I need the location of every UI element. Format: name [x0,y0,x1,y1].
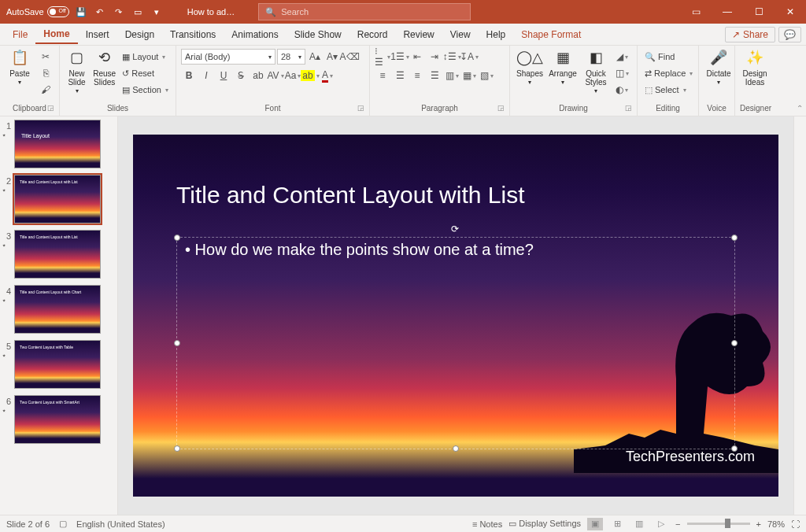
reuse-slides-button[interactable]: ⟲ Reuse Slides [92,49,116,87]
smartart-icon[interactable]: ▧ [479,68,494,83]
reset-button[interactable]: ↺Reset [120,65,171,81]
minimize-icon[interactable]: — [712,0,743,24]
find-button[interactable]: 🔍Find [642,49,693,65]
cut-icon[interactable]: ✂ [38,49,54,65]
arrange-button[interactable]: ▦Arrange▾ [548,49,578,87]
copy-icon[interactable]: ⎘ [38,65,54,81]
zoom-out-icon[interactable]: − [675,519,680,529]
notes-button[interactable]: ≡ Notes [472,519,502,529]
indent-increase-icon[interactable]: ⇥ [427,49,442,65]
menu-shape-format[interactable]: Shape Format [513,26,589,43]
reading-view-icon[interactable]: ▥ [631,518,647,530]
shape-outline-icon[interactable]: ◫ [614,65,630,81]
format-painter-icon[interactable]: 🖌 [38,82,54,98]
menu-slideshow[interactable]: Slide Show [287,26,349,43]
zoom-slider[interactable] [687,523,750,525]
handle-bm[interactable] [453,445,459,452]
present-icon[interactable]: ▭ [131,5,145,19]
menu-insert[interactable]: Insert [78,26,117,43]
spellcheck-icon[interactable]: ▢ [59,519,67,529]
quick-styles-button[interactable]: ◧Quick Styles▾ [581,49,611,95]
handle-tl[interactable] [174,235,180,241]
undo-icon[interactable]: ↶ [93,5,107,19]
display-settings-button[interactable]: ▭ Display Settings [508,519,581,529]
align-right-icon[interactable]: ≡ [409,68,425,83]
normal-view-icon[interactable]: ▣ [587,518,603,530]
slideshow-view-icon[interactable]: ▷ [653,518,669,530]
language-indicator[interactable]: English (United States) [76,519,165,529]
menu-design[interactable]: Design [117,26,162,43]
dictate-button[interactable]: 🎤Dictate▾ [704,49,734,87]
line-spacing-icon[interactable]: ↕☰ [444,49,460,65]
autosave-toggle[interactable]: AutoSave Off [6,6,69,17]
search-input[interactable]: 🔍 Search [258,3,471,20]
ribbon-display-icon[interactable]: ▭ [680,0,712,24]
menu-help[interactable]: Help [479,26,514,43]
bullet-text[interactable]: • How do we make the points show one at … [185,241,727,259]
menu-home[interactable]: Home [35,25,77,44]
thumbnail-4[interactable]: 4⋆ Title and Content Layout with Chart [2,285,116,334]
font-color-icon[interactable]: A [320,68,335,83]
redo-icon[interactable]: ↷ [112,5,126,19]
thumbnail-5[interactable]: 5⋆ Two Content Layout with Table [2,340,116,389]
align-center-icon[interactable]: ☰ [392,68,408,83]
save-icon[interactable]: 💾 [74,5,88,19]
bold-icon[interactable]: B [181,68,197,83]
comments-button[interactable]: 💬 [778,27,801,42]
layout-dropdown[interactable]: ▦Layout [120,49,171,65]
close-icon[interactable]: ✕ [775,0,806,24]
menu-animations[interactable]: Animations [224,26,286,43]
thumbnail-1[interactable]: 1⋆ Title Layout [2,120,116,168]
slide-editor[interactable]: Title and Content Layout with List ⟳ • H… [118,116,793,515]
char-spacing-icon[interactable]: AV [268,68,283,83]
shape-effects-icon[interactable]: ◐ [614,82,630,98]
thumbnail-6[interactable]: 6⋆ Two Content Layout with SmartArt [2,395,116,444]
bullets-icon[interactable]: ⁝☰ [375,49,390,65]
thumbnail-panel[interactable]: 1⋆ Title Layout 2⋆ Title and Content Lay… [0,116,118,515]
thumbnail-3[interactable]: 3⋆ Title and Content Layout with List [2,230,116,279]
text-direction-icon[interactable]: ↧A [461,49,477,65]
handle-bl[interactable] [174,445,180,452]
clear-format-icon[interactable]: A⌫ [342,49,357,65]
sorter-view-icon[interactable]: ⊞ [609,518,625,530]
collapse-ribbon-icon[interactable]: ⌃ [797,104,803,113]
slide-canvas[interactable]: Title and Content Layout with List ⟳ • H… [133,135,778,497]
font-launcher-icon[interactable]: ◲ [357,104,364,112]
replace-button[interactable]: ⇄Replace [642,65,693,81]
fit-window-icon[interactable]: ⛶ [791,519,800,529]
new-slide-button[interactable]: ▢ New Slide▾ [65,49,89,95]
zoom-level[interactable]: 78% [767,519,785,529]
rotate-handle-icon[interactable]: ⟳ [451,224,460,233]
content-placeholder[interactable]: ⟳ • How do we make the points show one a… [176,237,735,449]
qat-dropdown-icon[interactable]: ▾ [150,5,164,19]
paste-button[interactable]: 📋 Paste▾ [5,49,35,87]
align-text-icon[interactable]: ▦ [461,68,477,83]
menu-review[interactable]: Review [395,26,442,43]
paragraph-launcher-icon[interactable]: ◲ [497,104,505,112]
strike-icon[interactable]: S̶ [233,68,249,83]
shadow-icon[interactable]: ab [250,68,266,83]
handle-ml[interactable] [174,340,180,346]
menu-view[interactable]: View [442,26,479,43]
highlight-icon[interactable]: ab [302,68,318,83]
decrease-font-icon[interactable]: A▾ [324,49,340,65]
align-left-icon[interactable]: ≡ [375,68,390,83]
zoom-in-icon[interactable]: + [756,519,761,529]
change-case-icon[interactable]: Aa [285,68,301,83]
menu-file[interactable]: File [5,26,35,43]
vertical-scrollbar[interactable] [793,116,806,515]
italic-icon[interactable]: I [198,68,214,83]
handle-tr[interactable] [731,235,738,241]
shape-fill-icon[interactable]: ◢ [614,49,630,65]
underline-icon[interactable]: U [216,68,231,83]
numbering-icon[interactable]: 1☰ [392,49,408,65]
thumbnail-2[interactable]: 2⋆ Title and Content Layout with List [2,175,116,224]
font-size-select[interactable]: 28▾ [277,49,305,65]
menu-record[interactable]: Record [349,26,396,43]
shapes-button[interactable]: ◯△Shapes▾ [515,49,545,87]
columns-icon[interactable]: ▥ [444,68,460,83]
increase-font-icon[interactable]: A▴ [307,49,323,65]
justify-icon[interactable]: ☰ [427,68,442,83]
menu-transitions[interactable]: Transitions [162,26,224,43]
indent-decrease-icon[interactable]: ⇤ [409,49,425,65]
